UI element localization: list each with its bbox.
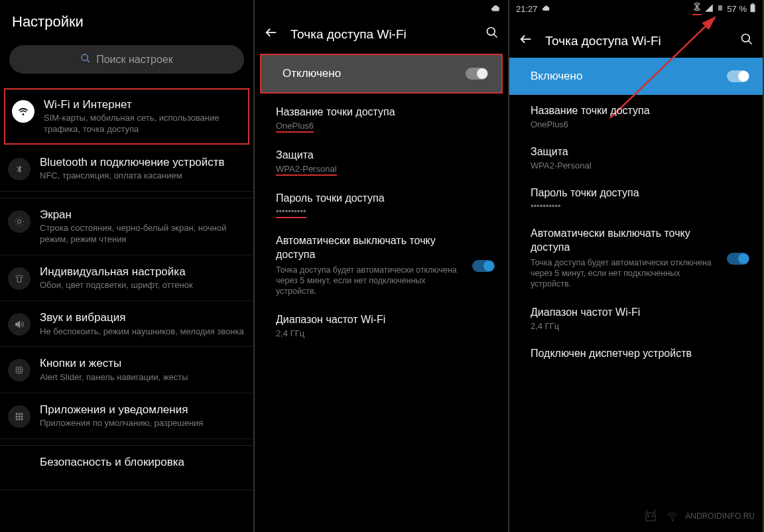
svg-rect-17 <box>19 415 21 417</box>
svg-line-1 <box>87 60 90 62</box>
setting-subtitle: Alert Slider, панель навигации, жесты <box>40 372 244 383</box>
buttons-icon <box>8 359 31 381</box>
svg-line-8 <box>22 224 23 225</box>
hotspot-band-item[interactable]: Диапазон частот Wi-Fi 2,4 ГГц <box>255 304 508 345</box>
setting-title: Кнопки и жесты <box>40 356 244 370</box>
svg-rect-21 <box>21 418 23 420</box>
setting-subtitle: NFC, трансляция, оплата касанием <box>40 170 244 182</box>
setting-customization[interactable]: Индивидуальная настройка Обои, цвет подс… <box>0 255 253 301</box>
toggle-switch[interactable] <box>727 253 749 265</box>
hotspot-name-item[interactable]: Название точки доступа OnePlus6 <box>509 95 763 136</box>
svg-rect-11 <box>16 367 22 373</box>
hotspot-devices-item[interactable]: Подключен диспетчер устройств <box>509 338 763 367</box>
svg-line-37 <box>654 510 655 513</box>
hotspot-status-icon <box>692 2 702 15</box>
page-title: Настройки <box>12 13 241 31</box>
hotspot-password-item[interactable]: Пароль точки доступа •••••••••• <box>509 177 763 218</box>
hotspot-toggle-row[interactable]: Отключено <box>260 54 503 94</box>
setting-title: Индивидуальная настройка <box>40 265 244 279</box>
apps-icon <box>8 405 31 428</box>
back-button[interactable] <box>264 25 279 43</box>
hotspot-autooff-item[interactable]: Автоматически выключать точку доступа То… <box>255 225 508 303</box>
hotspot-band-item[interactable]: Диапазон частот Wi-Fi 2,4 ГГц <box>509 297 763 338</box>
svg-rect-13 <box>16 413 18 415</box>
setting-title: Bluetooth и подключение устройств <box>40 155 244 169</box>
brightness-icon <box>8 210 31 233</box>
setting-apps[interactable]: Приложения и уведомления Приложения по у… <box>0 393 253 439</box>
page-title: Точка доступа Wi-Fi <box>290 27 474 42</box>
status-time: 21:27 <box>516 4 538 14</box>
svg-rect-16 <box>16 415 18 417</box>
svg-line-10 <box>22 219 23 220</box>
cloud-icon <box>542 3 551 15</box>
search-input[interactable]: Поиск настроек <box>9 45 244 74</box>
setting-title: Безопасность и блокировка <box>40 455 244 469</box>
svg-rect-14 <box>19 413 21 415</box>
signal-icon <box>704 3 714 15</box>
toggle-switch[interactable] <box>472 260 495 272</box>
setting-bluetooth[interactable]: Bluetooth и подключение устройств NFC, т… <box>0 146 253 192</box>
setting-title: Wi-Fi и Интернет <box>44 98 241 111</box>
svg-point-35 <box>653 515 654 517</box>
svg-rect-27 <box>751 4 755 12</box>
bluetooth-icon <box>8 158 31 180</box>
setting-subtitle: Приложения по умолчанию, разрешения <box>40 418 244 429</box>
setting-subtitle: Строка состояния, черно-белый экран, ноч… <box>40 223 244 245</box>
search-icon <box>80 53 91 66</box>
setting-sound[interactable]: Звук и вибрация Не беспокоить, режим нау… <box>0 301 253 347</box>
no-sim-icon <box>716 4 724 14</box>
svg-rect-19 <box>16 418 18 420</box>
hotspot-panel-on: 21:27 57 % Точка до <box>509 0 764 532</box>
svg-line-9 <box>16 224 17 225</box>
svg-point-34 <box>648 515 649 517</box>
setting-security[interactable]: Безопасность и блокировка <box>0 446 253 490</box>
volume-icon <box>8 313 31 336</box>
svg-rect-18 <box>21 415 23 417</box>
setting-subtitle: SIM-карты, мобильная сеть, использование… <box>44 113 241 135</box>
svg-rect-12 <box>18 369 21 371</box>
hotspot-toggle-row[interactable]: Включено <box>509 58 763 95</box>
svg-point-2 <box>17 220 21 224</box>
svg-line-32 <box>749 41 752 44</box>
setting-buttons-gestures[interactable]: Кнопки и жесты Alert Slider, панель нави… <box>0 347 253 393</box>
hotspot-name-item[interactable]: Название точки доступа OnePlus6 <box>255 96 508 139</box>
svg-point-0 <box>82 54 88 60</box>
toggle-switch[interactable] <box>466 68 488 80</box>
hotspot-password-item[interactable]: Пароль точки доступа •••••••••• <box>255 182 508 226</box>
svg-rect-28 <box>752 3 754 4</box>
hotspot-security-item[interactable]: Защита WPA2-Personal <box>509 136 763 177</box>
search-icon[interactable] <box>485 26 499 42</box>
wifi-icon <box>12 100 34 123</box>
cloud-icon <box>491 3 501 15</box>
hotspot-panel-off: Точка доступа Wi-Fi Отключено Название т… <box>255 0 509 532</box>
setting-title: Приложения и уведомления <box>40 403 244 417</box>
svg-point-23 <box>487 28 495 36</box>
setting-title: Звук и вибрация <box>40 310 244 324</box>
setting-subtitle: Обои, цвет подсветки, шрифт, оттенок <box>40 280 244 291</box>
hotspot-autooff-item[interactable]: Автоматически выключать точку доступа То… <box>509 218 763 296</box>
svg-line-36 <box>646 510 647 513</box>
svg-point-25 <box>696 6 698 7</box>
search-icon[interactable] <box>740 33 753 49</box>
setting-wifi-internet[interactable]: Wi-Fi и Интернет SIM-карты, мобильная се… <box>4 88 249 145</box>
shirt-icon <box>8 267 31 290</box>
page-title: Точка доступа Wi-Fi <box>545 34 728 48</box>
battery-icon <box>749 3 756 15</box>
back-button[interactable] <box>519 32 533 50</box>
settings-panel: Настройки Поиск настроек Wi-Fi и Интерне… <box>0 0 255 532</box>
setting-display[interactable]: Экран Строка состояния, черно-белый экра… <box>0 198 253 255</box>
setting-title: Экран <box>40 208 244 222</box>
battery-text: 57 % <box>727 4 747 14</box>
svg-line-7 <box>16 219 17 220</box>
svg-line-24 <box>494 34 497 38</box>
hotspot-security-item[interactable]: Защита WPA2-Personal <box>255 139 508 182</box>
setting-subtitle: Не беспокоить, режим наушников, мелодия … <box>40 326 244 338</box>
toggle-switch[interactable] <box>727 70 749 82</box>
svg-rect-15 <box>21 413 23 415</box>
svg-point-38 <box>672 520 673 521</box>
svg-rect-20 <box>19 418 21 420</box>
svg-point-31 <box>742 34 750 42</box>
watermark: ANDROIDINFO.RU <box>641 507 755 525</box>
svg-rect-26 <box>718 5 722 11</box>
